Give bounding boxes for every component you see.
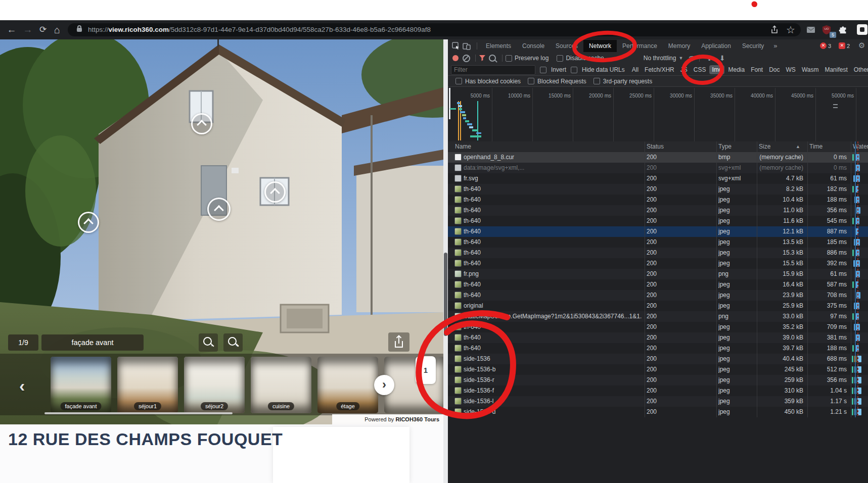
inspect-element-icon[interactable] bbox=[452, 42, 460, 50]
network-request-row[interactable]: side-1536-l200jpeg359 kB1.17 s bbox=[448, 396, 868, 407]
mail-extension-icon[interactable] bbox=[806, 25, 816, 35]
thumbnail-séjour2[interactable]: séjour2 bbox=[184, 357, 245, 413]
carousel-next-button[interactable]: › bbox=[374, 375, 394, 395]
column-header-name[interactable]: Name bbox=[455, 141, 471, 152]
invert-checkbox[interactable] bbox=[540, 67, 546, 73]
filter-type-fetchxhr[interactable]: Fetch/XHR bbox=[642, 65, 677, 74]
network-request-row[interactable]: th-640200jpeg11.6 kB545 ms bbox=[448, 216, 868, 226]
tab-elements[interactable]: Elements bbox=[480, 40, 517, 52]
filter-type-media[interactable]: Media bbox=[725, 65, 747, 74]
network-request-row[interactable]: openhand_8_8.cur200bmp(memory cache)0 ms bbox=[448, 152, 868, 163]
network-request-row[interactable]: side-1536-f200jpeg310 kB1.04 s bbox=[448, 385, 868, 396]
network-request-row[interactable]: side-1536-r200jpeg259 kB356 ms bbox=[448, 375, 868, 385]
disable-cache-checkbox[interactable] bbox=[557, 55, 563, 62]
network-request-row[interactable]: th-640200jpeg8.2 kB182 ms bbox=[448, 184, 868, 195]
share-icon[interactable] bbox=[769, 25, 780, 35]
record-network-log-button[interactable] bbox=[452, 55, 459, 61]
throttling-select[interactable]: No throttling bbox=[644, 55, 676, 62]
network-request-row[interactable]: side-1536-d200jpeg450 kB1.21 s bbox=[448, 407, 868, 417]
issues-badge[interactable]: ✕2 bbox=[839, 42, 850, 50]
column-header-type[interactable]: Type bbox=[718, 141, 732, 152]
network-request-row[interactable]: fr.png200png15.9 kB61 ms bbox=[448, 269, 868, 279]
more-tabs-icon[interactable]: » bbox=[769, 42, 781, 50]
partial-overlay-button[interactable]: 1 bbox=[416, 356, 436, 384]
import-har-icon[interactable]: ⬆ bbox=[706, 54, 712, 62]
page-scrollbar-thumb[interactable] bbox=[444, 253, 447, 336]
network-request-row[interactable]: StaticMapService.GetMapImage?1m2&1i53084… bbox=[448, 311, 868, 322]
filter-type-manifest[interactable]: Manifest bbox=[822, 65, 850, 74]
tab-application[interactable]: Application bbox=[696, 40, 737, 52]
hide-data-urls-checkbox[interactable] bbox=[571, 67, 577, 73]
network-request-row[interactable]: original200jpeg25.9 kB375 ms bbox=[448, 301, 868, 311]
carousel-prev-icon[interactable]: ‹ bbox=[19, 376, 25, 396]
3rd-party-requests-checkbox[interactable] bbox=[593, 78, 600, 84]
url-text[interactable]: https://view.ricoh360.com/5dd312c8-97d1-… bbox=[88, 26, 431, 33]
tab-security[interactable]: Security bbox=[737, 40, 769, 52]
pano-hotspot-arrow[interactable] bbox=[207, 198, 231, 221]
bookmark-star-icon[interactable]: ☆ bbox=[786, 24, 795, 36]
network-request-row[interactable]: th-640200jpeg12.1 kB887 ms bbox=[448, 226, 868, 237]
network-conditions-icon[interactable] bbox=[688, 55, 696, 62]
pano-hotspot-arrow[interactable] bbox=[191, 113, 212, 134]
thumbnail-étage[interactable]: étage bbox=[317, 357, 378, 413]
filter-type-css[interactable]: CSS bbox=[691, 65, 709, 74]
filter-type-img[interactable]: Img bbox=[709, 65, 724, 74]
console-errors-badge[interactable]: ✕3 bbox=[820, 42, 831, 50]
filter-type-wasm[interactable]: Wasm bbox=[799, 65, 821, 74]
home-icon[interactable]: ⌂ bbox=[52, 24, 63, 35]
pano-hotspot-arrow[interactable] bbox=[264, 181, 286, 203]
filter-input[interactable] bbox=[451, 65, 535, 75]
filter-type-font[interactable]: Font bbox=[748, 65, 765, 74]
thumbnail-façade avant[interactable]: façade avant bbox=[51, 357, 111, 413]
network-request-row[interactable]: th-640200jpeg13.5 kB185 ms bbox=[448, 237, 868, 248]
network-request-row[interactable]: fr.svg200svg+xml4.7 kB61 ms bbox=[448, 173, 868, 184]
tab-sources[interactable]: Sources bbox=[550, 40, 583, 52]
export-har-icon[interactable]: ⬇ bbox=[719, 54, 725, 62]
network-request-row[interactable]: th-640200jpeg15.3 kB886 ms bbox=[448, 248, 868, 258]
filter-type-doc[interactable]: Doc bbox=[766, 65, 782, 74]
profile-avatar[interactable] bbox=[857, 24, 867, 35]
has-blocked-cookies-checkbox[interactable] bbox=[455, 78, 462, 84]
thumbnail-séjour1[interactable]: séjour1 bbox=[117, 357, 178, 413]
extensions-puzzle-icon[interactable] bbox=[838, 25, 848, 35]
column-header-size[interactable]: Size bbox=[759, 141, 770, 152]
filter-type-all[interactable]: All bbox=[629, 65, 641, 74]
refresh-icon[interactable]: ⟳ bbox=[37, 24, 49, 35]
network-request-row[interactable]: th-640200jpeg15.5 kB392 ms bbox=[448, 258, 868, 269]
network-request-row[interactable]: th-640200jpeg10.4 kB188 ms bbox=[448, 195, 868, 205]
filter-type-other[interactable]: Other bbox=[851, 65, 868, 74]
carousel-scrollbar[interactable] bbox=[44, 412, 233, 414]
timeline-scrub-handle[interactable] bbox=[449, 88, 450, 119]
share-tour-button[interactable] bbox=[388, 332, 409, 352]
filter-funnel-icon[interactable] bbox=[479, 55, 486, 62]
network-request-row[interactable]: th-640200jpeg11.0 kB356 ms bbox=[448, 205, 868, 216]
column-header-status[interactable]: Status bbox=[647, 141, 664, 152]
devtools-settings-gear-icon[interactable]: ⚙ bbox=[858, 41, 865, 50]
zoom-in-button[interactable]: + bbox=[223, 333, 243, 352]
clear-network-log-icon[interactable] bbox=[463, 55, 470, 62]
preserve-log-checkbox[interactable] bbox=[506, 55, 512, 62]
network-request-row[interactable]: th-640200jpeg16.4 kB587 ms bbox=[448, 279, 868, 290]
network-request-row[interactable]: th-640200jpeg35.2 kB709 ms bbox=[448, 322, 868, 332]
tab-network[interactable]: Network bbox=[583, 40, 617, 52]
network-request-row[interactable]: side-1536200jpeg40.4 kB688 ms bbox=[448, 354, 868, 364]
filter-type-js[interactable]: JS bbox=[678, 65, 690, 74]
network-request-row[interactable]: th-640200jpeg23.9 kB708 ms bbox=[448, 290, 868, 301]
network-request-row[interactable]: data:image/svg+xml,...200svg+xml(memory … bbox=[448, 163, 868, 173]
blocked-requests-checkbox[interactable] bbox=[528, 78, 534, 84]
tab-performance[interactable]: Performance bbox=[617, 40, 663, 52]
back-icon[interactable]: ← bbox=[6, 24, 17, 35]
forward-icon[interactable]: → bbox=[22, 24, 33, 35]
thumbnail-cuisine[interactable]: cuisine bbox=[251, 357, 311, 413]
tab-console[interactable]: Console bbox=[517, 40, 550, 52]
network-request-row[interactable]: th-640200jpeg39.0 kB381 ms bbox=[448, 332, 868, 343]
column-header-time[interactable]: Time bbox=[809, 141, 823, 152]
search-network-icon[interactable] bbox=[489, 55, 496, 62]
network-request-row[interactable]: side-1536-b200jpeg245 kB512 ms bbox=[448, 364, 868, 375]
pano-hotspot-arrow[interactable] bbox=[78, 212, 99, 233]
device-toolbar-icon[interactable] bbox=[463, 42, 471, 50]
filter-type-ws[interactable]: WS bbox=[784, 65, 798, 74]
zoom-out-button[interactable]: − bbox=[199, 333, 218, 352]
tab-memory[interactable]: Memory bbox=[663, 40, 696, 52]
network-request-row[interactable]: th-640200jpeg39.7 kB188 ms bbox=[448, 343, 868, 354]
